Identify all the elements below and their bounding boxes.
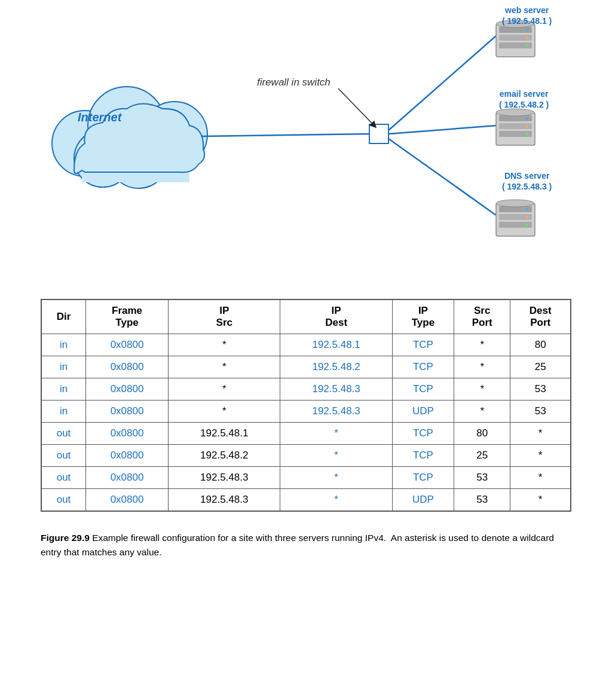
table-cell: * xyxy=(510,423,571,445)
svg-point-3 xyxy=(109,129,169,188)
svg-line-8 xyxy=(388,36,496,130)
dns-server-label: DNS server ( 192.5.48.3 ) xyxy=(502,170,552,192)
svg-rect-13 xyxy=(499,35,532,41)
svg-point-4 xyxy=(74,130,131,187)
table-cell: * xyxy=(454,401,510,423)
table-cell: * xyxy=(169,401,280,423)
svg-rect-11 xyxy=(496,24,535,57)
table-cell: * xyxy=(454,334,510,356)
table-cell: TCP xyxy=(392,467,454,489)
table-cell: in xyxy=(41,401,86,423)
table-cell: 80 xyxy=(454,423,510,445)
col-ip-type: IPType xyxy=(392,299,454,334)
table-row: out0x0800192.5.48.2*TCP25* xyxy=(41,445,571,467)
svg-rect-29 xyxy=(499,214,532,220)
figure-caption: Figure 29.9 Example firewall configurati… xyxy=(0,512,612,560)
table-cell: 192.5.48.1 xyxy=(169,423,280,445)
table-cell: UDP xyxy=(392,401,454,423)
svg-rect-28 xyxy=(499,206,532,212)
svg-rect-22 xyxy=(499,131,532,137)
table-row: out0x0800192.5.48.3*UDP53* xyxy=(41,489,571,512)
svg-point-33 xyxy=(526,216,528,218)
web-server-label: web server ( 192.5.48.1 ) xyxy=(502,5,552,26)
svg-point-18 xyxy=(526,44,528,47)
table-cell: 0x0800 xyxy=(86,334,169,356)
table-cell: * xyxy=(169,356,280,378)
table-cell: 25 xyxy=(454,445,510,467)
table-cell: out xyxy=(41,489,86,512)
svg-point-24 xyxy=(526,117,528,120)
firewall-table: Dir FrameType IPSrc IPDest IPType SrcPor… xyxy=(0,299,612,512)
table-cell: * xyxy=(280,423,392,445)
table-cell: 53 xyxy=(454,489,510,512)
table-cell: * xyxy=(280,467,392,489)
col-ip-dest: IPDest xyxy=(280,299,392,334)
table-cell: * xyxy=(454,356,510,378)
table-cell: 53 xyxy=(454,467,510,489)
table-cell: 0x0800 xyxy=(86,401,169,423)
table-cell: UDP xyxy=(392,489,454,512)
table-cell: * xyxy=(510,467,571,489)
table-cell: * xyxy=(510,445,571,467)
col-src-port: SrcPort xyxy=(454,299,510,334)
table-cell: 192.5.48.2 xyxy=(169,445,280,467)
svg-rect-14 xyxy=(499,42,532,48)
firewall-label: firewall in switch xyxy=(257,77,331,88)
table-cell: out xyxy=(41,467,86,489)
svg-line-9 xyxy=(388,126,496,134)
svg-point-32 xyxy=(526,208,528,210)
table-cell: 192.5.48.3 xyxy=(280,401,392,423)
table-cell: out xyxy=(41,423,86,445)
table-cell: * xyxy=(510,489,571,512)
col-frame-type: FrameType xyxy=(86,299,169,334)
svg-rect-5 xyxy=(82,149,189,182)
table-row: in0x0800*192.5.48.2TCP*25 xyxy=(41,356,571,378)
table-cell: 192.5.48.3 xyxy=(169,489,280,512)
table-cell: * xyxy=(169,378,280,401)
svg-rect-20 xyxy=(499,115,532,121)
table-cell: 0x0800 xyxy=(86,445,169,467)
svg-point-2 xyxy=(142,102,207,167)
table-cell: 192.5.48.3 xyxy=(169,467,280,489)
svg-line-6 xyxy=(201,134,369,136)
table-row: out0x0800192.5.48.1*TCP80* xyxy=(41,423,571,445)
table-cell: 192.5.48.2 xyxy=(280,356,392,378)
table-cell: TCP xyxy=(392,356,454,378)
table-cell: 0x0800 xyxy=(86,378,169,401)
col-dir: Dir xyxy=(41,299,86,334)
table-cell: 53 xyxy=(510,378,571,401)
svg-point-26 xyxy=(526,133,528,135)
svg-point-31 xyxy=(496,200,534,207)
table-row: out0x0800192.5.48.3*TCP53* xyxy=(41,467,571,489)
svg-point-25 xyxy=(526,125,528,127)
table-cell: TCP xyxy=(392,334,454,356)
svg-line-10 xyxy=(388,139,496,215)
table-cell: out xyxy=(41,445,86,467)
table-cell: 192.5.48.3 xyxy=(280,378,392,401)
svg-rect-12 xyxy=(499,27,532,33)
table-row: in0x0800*192.5.48.1TCP*80 xyxy=(41,334,571,356)
diagram: firewall in switch Internet web server (… xyxy=(0,0,612,293)
table-row: in0x0800*192.5.48.3TCP*53 xyxy=(41,378,571,401)
col-dest-port: DestPort xyxy=(510,299,571,334)
cloud-label: Internet xyxy=(78,111,121,124)
col-ip-src: IPSrc xyxy=(169,299,280,334)
table-cell: in xyxy=(41,378,86,401)
table-cell: TCP xyxy=(392,423,454,445)
table-cell: TCP xyxy=(392,445,454,467)
table-row: in0x0800*192.5.48.3UDP*53 xyxy=(41,401,571,423)
svg-point-34 xyxy=(526,224,528,226)
table-cell: 0x0800 xyxy=(86,423,169,445)
svg-point-16 xyxy=(526,29,528,31)
figure-number: Figure 29.9 xyxy=(41,533,90,543)
table-cell: * xyxy=(169,334,280,356)
table-cell: 192.5.48.1 xyxy=(280,334,392,356)
svg-rect-21 xyxy=(499,123,532,129)
table-cell: 0x0800 xyxy=(86,489,169,512)
table-cell: in xyxy=(41,334,86,356)
svg-point-17 xyxy=(526,36,528,39)
table-cell: TCP xyxy=(392,378,454,401)
svg-line-35 xyxy=(338,88,374,126)
table-cell: 0x0800 xyxy=(86,467,169,489)
caption-text: Example firewall configuration for a sit… xyxy=(41,533,554,557)
